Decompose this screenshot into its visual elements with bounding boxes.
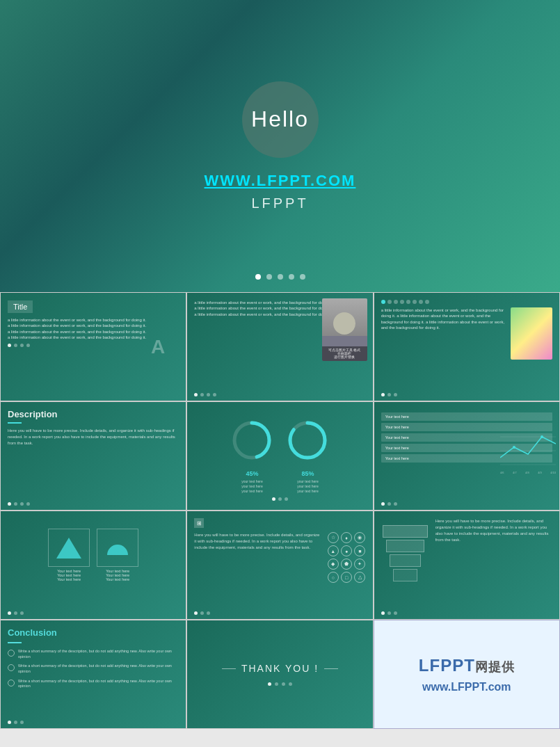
conclusion-underline [8, 642, 22, 643]
ic6: ■ [354, 545, 365, 556]
slide-r1c1-inner: Title a little information about the eve… [1, 293, 186, 401]
thankyou-line: THANK YOU ! [222, 663, 338, 674]
promo-suffix: 网提供 [475, 660, 515, 674]
d1 [8, 344, 11, 347]
ic10: ○ [328, 572, 339, 583]
d4 [213, 393, 216, 396]
promo-url-suffix: .com [485, 681, 511, 693]
slide-r2c1[interactable]: Description Here you will have to be mor… [0, 401, 186, 511]
shape-1-label: Your text hereYour text hereYour text he… [57, 569, 81, 581]
person-photo: 可点击图片工具 格式在标题栏进行图片替换 [322, 298, 367, 361]
r3c2-text-area: Here you will have to be more precise. I… [194, 532, 321, 583]
person-face-area [322, 298, 367, 336]
slide-r4c2[interactable]: THANK YOU ! [186, 620, 373, 729]
slide-r4c3[interactable]: LFPPT网提供 www.LFPPT.com [374, 620, 560, 729]
shape-triangle-svg [55, 534, 83, 562]
slide-r1c2-inner: a little information about the event or … [187, 293, 372, 401]
svg-point-8 [541, 435, 543, 438]
hero-url[interactable]: WWW.LFPPT.COM [205, 172, 356, 190]
svg-marker-9 [56, 538, 81, 559]
r1c1-title: Title [8, 300, 33, 313]
slide-r3c2[interactable]: ⊞ Here you will have to be more precise.… [186, 511, 373, 620]
conclusion-text-3: Write a short summary of the description… [18, 679, 179, 689]
slide-r4c1[interactable]: Conclusion Write a short summary of the … [0, 620, 186, 729]
r3c2-dots [194, 611, 210, 615]
ic7: ◆ [328, 559, 339, 570]
conclusion-title: Conclusion [8, 627, 179, 638]
d4 [26, 344, 30, 347]
slide-r1c3[interactable]: a little information about the event or … [374, 292, 560, 401]
hero-circle: Hello [242, 81, 319, 158]
circle-charts: 45% your text hereyour text hereyour tex… [194, 409, 365, 494]
r1c2-dots [194, 393, 216, 396]
dot-1 [255, 274, 261, 280]
slide-r1c1[interactable]: Title a little information about the eve… [0, 292, 186, 401]
conclusion-item-3: Write a short summary of the description… [8, 679, 179, 689]
dash-right [324, 668, 338, 669]
ic9: ✦ [354, 559, 365, 570]
r4c1-dots [8, 721, 24, 724]
slide-r3c1[interactable]: Your text hereYour text hereYour text he… [0, 511, 186, 620]
r3c1-dots [8, 611, 24, 615]
grid-icon: ⊞ [194, 518, 204, 528]
slides-grid: Title a little information about the eve… [0, 292, 560, 729]
bullet-2 [8, 664, 15, 671]
shape-1-wrap: Your text hereYour text hereYour text he… [48, 529, 90, 581]
pct-85: 85% [301, 465, 314, 479]
r2c1-dots [8, 502, 30, 506]
r2c3-dots [381, 502, 397, 506]
box-3 [390, 554, 421, 567]
dot-4 [289, 274, 294, 280]
r2c2-dots [194, 497, 365, 501]
d3 [207, 393, 210, 396]
shape-2-label: Your text hereYour text hereYour text he… [106, 569, 129, 581]
r1c3-content: a little information about the event or … [381, 307, 552, 360]
promo-url: www.LFPPT.com [422, 681, 511, 693]
chart-45: 45% your text hereyour text hereyour tex… [231, 419, 273, 494]
slide-r2c1-inner: Description Here you will have to be mor… [1, 402, 186, 510]
shapes-area: Your text hereYour text hereYour text he… [8, 518, 179, 581]
r2c1-underline [8, 422, 22, 424]
shape-box-1 [48, 529, 90, 567]
r3c2-content: Here you will have to be more precise. I… [194, 532, 365, 583]
shape-box-2 [97, 529, 138, 567]
chart-85: 85% your text hereyour text hereyour tex… [287, 419, 328, 494]
dash-left [222, 668, 236, 669]
dot-2 [266, 274, 272, 280]
slide-r2c3[interactable]: Your text here Your text here Your text … [374, 401, 560, 511]
d2 [200, 393, 204, 396]
slide-r3c3[interactable]: Here you will have to be more precise. I… [374, 511, 560, 620]
ic2: ♦ [341, 532, 352, 543]
photo-overlay: 可点击图片工具 格式在标题栏进行图片替换 [322, 346, 367, 361]
slide-r2c2[interactable]: 45% your text hereyour text hereyour tex… [186, 401, 373, 511]
thankyou-dots [268, 682, 292, 686]
chart-45-label: your text hereyour text hereyour text he… [241, 479, 263, 494]
r2c1-body: Here you will have to be more precise. I… [8, 428, 179, 447]
bullet-1 [8, 650, 15, 657]
ic11: □ [341, 572, 352, 583]
r1c3-dots [381, 393, 397, 396]
slide-r3c2-inner: ⊞ Here you will have to be more precise.… [187, 511, 372, 619]
dot-5 [300, 274, 305, 280]
ic5: ● [341, 545, 352, 556]
r3c3-text: Here you will have to be more precise. I… [435, 518, 552, 612]
slide-r3c3-inner: Here you will have to be more precise. I… [374, 511, 559, 619]
promo-title: LFPPT网提供 [419, 656, 515, 675]
line-chart-svg [500, 423, 556, 468]
svg-point-7 [513, 446, 515, 449]
box-4 [393, 569, 417, 581]
shape-2-wrap: Your text hereYour text hereYour text he… [97, 529, 138, 581]
r3c2-body: Here you will have to be more precise. I… [194, 532, 321, 551]
promo-url-brand: LFPPT [451, 681, 485, 693]
ic8: ⬟ [341, 559, 352, 570]
r3c3-body: Here you will have to be more precise. I… [435, 518, 552, 543]
slide-r1c2[interactable]: a little information about the event or … [186, 292, 373, 401]
ic3: ◉ [354, 532, 365, 543]
pct-45: 45% [246, 465, 258, 479]
mid3-header: ⊞ [194, 518, 365, 528]
box-2 [386, 540, 424, 552]
stacked-boxes [381, 518, 430, 612]
chart-85-label: your text hereyour text hereyour text he… [297, 479, 319, 494]
r3c3-content: Here you will have to be more precise. I… [381, 518, 552, 612]
r1c3-text: a little information about the event or … [381, 307, 507, 360]
